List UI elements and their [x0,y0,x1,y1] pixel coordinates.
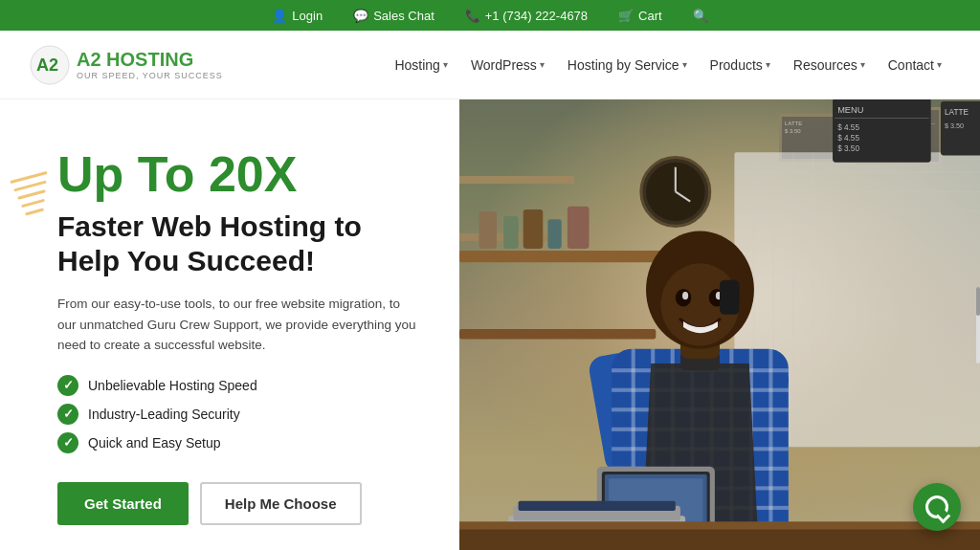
scroll-thumb [976,287,980,316]
svg-rect-21 [459,329,656,339]
chevron-down-icon: ▾ [766,59,770,70]
svg-rect-69 [459,521,980,529]
sales-chat-label: Sales Chat [373,9,434,23]
svg-rect-60 [720,280,740,315]
feature-speed-label: Unbelievable Hosting Speed [88,378,257,393]
chat-bubble-icon [925,495,948,518]
check-icon-security [57,404,78,425]
get-started-button[interactable]: Get Started [57,482,189,525]
svg-rect-24 [523,209,544,249]
check-icon-speed [57,375,78,396]
main-nav: A2 A2 HOSTING OUR SPEED, YOUR SUCCESS Ho… [0,31,980,99]
decorative-lines [0,176,48,213]
hero-image: MENU $ 4.55 $ 4.55 LATTE $ 3.50 [459,99,980,550]
chevron-down-icon: ▾ [860,59,865,70]
cta-buttons: Get Started Help Me Choose [57,482,421,525]
feature-item-security: Industry-Leading Security [57,404,421,425]
logo-brand: A2 HOSTING [77,49,223,71]
svg-text:MENU: MENU [837,105,863,115]
svg-text:A2: A2 [36,55,58,75]
phone-icon: 📞 [465,9,480,23]
hero-headline-green: Up To 20X [57,147,421,202]
logo-tagline: OUR SPEED, YOUR SUCCESS [77,71,223,80]
scroll-indicator[interactable] [976,287,980,363]
hero-headline-black: Faster Web Hosting toHelp You Succeed! [57,209,421,278]
logo-brand-text: A2 HOSTING [77,49,193,70]
nav-hosting[interactable]: Hosting ▾ [385,50,457,80]
hero-description: From our easy-to-use tools, to our free … [57,294,421,356]
cart-label: Cart [638,9,662,23]
nav-hosting-by-service[interactable]: Hosting by Service ▾ [558,50,697,80]
svg-rect-23 [503,216,518,249]
svg-rect-26 [568,207,590,249]
svg-point-58 [682,292,688,299]
chevron-down-icon: ▾ [540,59,545,70]
svg-rect-67 [519,501,676,511]
check-icon-setup [57,432,78,453]
cart-icon: 🛒 [618,9,634,23]
chat-icon: 💬 [353,9,368,23]
login-label: Login [292,9,323,23]
svg-text:$ 4.55: $ 4.55 [837,134,859,143]
feature-item-setup: Quick and Easy Setup [57,432,421,453]
svg-text:$ 3.50: $ 3.50 [945,122,964,130]
hero-person-svg: MENU $ 4.55 $ 4.55 $ 3.50 LATTE $ 3.50 [459,99,980,550]
phone-link[interactable]: 📞 +1 (734) 222-4678 [465,9,588,23]
svg-rect-25 [547,219,561,249]
chevron-down-icon: ▾ [682,59,687,70]
nav-products[interactable]: Products ▾ [701,50,780,80]
search-icon: 🔍 [693,9,708,23]
nav-wordpress[interactable]: WordPress ▾ [461,50,554,80]
login-link[interactable]: 👤 Login [272,9,323,23]
chevron-down-icon: ▾ [937,59,942,70]
nav-resources[interactable]: Resources ▾ [784,50,875,80]
logo[interactable]: A2 A2 HOSTING OUR SPEED, YOUR SUCCESS [29,44,223,86]
sales-chat-link[interactable]: 💬 Sales Chat [353,9,434,23]
logo-icon: A2 [29,44,71,86]
feature-list: Unbelievable Hosting Speed Industry-Lead… [57,375,421,453]
svg-text:$ 3.50: $ 3.50 [837,144,859,153]
chevron-down-icon: ▾ [443,59,448,70]
top-bar: 👤 Login 💬 Sales Chat 📞 +1 (734) 222-4678… [0,0,980,31]
nav-contact[interactable]: Contact ▾ [879,50,951,80]
nav-links: Hosting ▾ WordPress ▾ Hosting by Service… [385,50,951,80]
svg-text:LATTE: LATTE [945,108,969,117]
hero-content: Up To 20X Faster Web Hosting toHelp You … [0,99,459,550]
svg-rect-22 [479,211,497,249]
help-me-choose-button[interactable]: Help Me Choose [200,482,362,525]
phone-label: +1 (734) 222-4678 [485,9,588,23]
chat-bubble-button[interactable] [913,483,961,531]
cart-link[interactable]: 🛒 Cart [618,9,662,23]
logo-text: A2 HOSTING OUR SPEED, YOUR SUCCESS [77,49,223,80]
svg-text:$ 4.55: $ 4.55 [837,123,859,132]
hero-photo-bg: MENU $ 4.55 $ 4.55 LATTE $ 3.50 [459,99,980,550]
hero-section: Up To 20X Faster Web Hosting toHelp You … [0,99,980,550]
feature-security-label: Industry-Leading Security [88,407,240,422]
search-link[interactable]: 🔍 [693,9,708,23]
feature-item-speed: Unbelievable Hosting Speed [57,375,421,396]
user-icon: 👤 [272,9,287,23]
feature-setup-label: Quick and Easy Setup [88,435,221,451]
